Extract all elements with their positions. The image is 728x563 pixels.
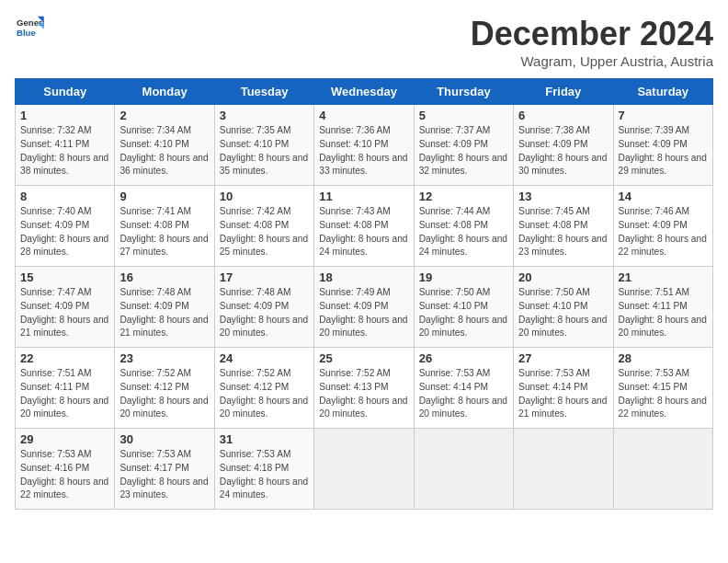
calendar-cell: 13Sunrise: 7:45 AMSunset: 4:08 PMDayligh… [514, 186, 613, 267]
calendar-table: SundayMondayTuesdayWednesdayThursdayFrid… [15, 78, 713, 510]
calendar-cell: 15Sunrise: 7:47 AMSunset: 4:09 PMDayligh… [16, 267, 115, 348]
calendar-cell: 27Sunrise: 7:53 AMSunset: 4:14 PMDayligh… [514, 348, 613, 429]
day-number: 10 [220, 190, 309, 203]
calendar-cell: 20Sunrise: 7:50 AMSunset: 4:10 PMDayligh… [514, 267, 613, 348]
cell-info: Sunrise: 7:42 AMSunset: 4:08 PMDaylight:… [220, 206, 308, 257]
title-block: December 2024 Wagram, Upper Austria, Aus… [471, 15, 713, 69]
col-header-wednesday: Wednesday [314, 79, 414, 105]
logo-icon: General Blue [15, 15, 44, 40]
day-number: 15 [20, 270, 109, 284]
calendar-cell: 17Sunrise: 7:48 AMSunset: 4:09 PMDayligh… [214, 267, 313, 348]
day-number: 17 [220, 270, 309, 284]
day-number: 3 [220, 109, 309, 122]
day-number: 7 [619, 109, 708, 122]
calendar-week-1: 1Sunrise: 7:32 AMSunset: 4:11 PMDaylight… [16, 105, 713, 186]
cell-info: Sunrise: 7:40 AMSunset: 4:09 PMDaylight:… [20, 206, 108, 257]
calendar-cell: 14Sunrise: 7:46 AMSunset: 4:09 PMDayligh… [613, 186, 712, 267]
calendar-cell: 23Sunrise: 7:52 AMSunset: 4:12 PMDayligh… [115, 348, 214, 429]
calendar-cell: 18Sunrise: 7:49 AMSunset: 4:09 PMDayligh… [314, 267, 414, 348]
calendar-cell: 1Sunrise: 7:32 AMSunset: 4:11 PMDaylight… [16, 105, 115, 186]
calendar-cell: 22Sunrise: 7:51 AMSunset: 4:11 PMDayligh… [16, 348, 115, 429]
calendar-cell: 16Sunrise: 7:48 AMSunset: 4:09 PMDayligh… [115, 267, 214, 348]
day-number: 8 [20, 190, 109, 203]
day-number: 22 [20, 351, 109, 365]
cell-info: Sunrise: 7:49 AMSunset: 4:09 PMDaylight:… [319, 287, 407, 338]
calendar-cell [314, 429, 414, 510]
cell-info: Sunrise: 7:53 AMSunset: 4:16 PMDaylight:… [20, 449, 108, 500]
day-number: 2 [119, 109, 209, 122]
day-number: 1 [20, 109, 109, 122]
calendar-cell: 8Sunrise: 7:40 AMSunset: 4:09 PMDaylight… [16, 186, 115, 267]
day-number: 18 [319, 270, 408, 284]
day-number: 27 [518, 351, 608, 365]
calendar-cell: 19Sunrise: 7:50 AMSunset: 4:10 PMDayligh… [414, 267, 513, 348]
cell-info: Sunrise: 7:53 AMSunset: 4:14 PMDaylight:… [419, 368, 507, 419]
cell-info: Sunrise: 7:36 AMSunset: 4:10 PMDaylight:… [319, 125, 407, 176]
col-header-friday: Friday [514, 79, 613, 105]
cell-info: Sunrise: 7:34 AMSunset: 4:10 PMDaylight:… [119, 125, 208, 176]
calendar-week-2: 8Sunrise: 7:40 AMSunset: 4:09 PMDaylight… [16, 186, 713, 267]
day-number: 11 [319, 190, 408, 203]
day-number: 23 [119, 351, 209, 365]
day-number: 24 [220, 351, 309, 365]
cell-info: Sunrise: 7:53 AMSunset: 4:18 PMDaylight:… [220, 449, 308, 500]
cell-info: Sunrise: 7:48 AMSunset: 4:09 PMDaylight:… [220, 287, 308, 338]
col-header-tuesday: Tuesday [214, 79, 313, 105]
calendar-cell: 2Sunrise: 7:34 AMSunset: 4:10 PMDaylight… [115, 105, 214, 186]
calendar-cell [414, 429, 513, 510]
calendar-cell: 31Sunrise: 7:53 AMSunset: 4:18 PMDayligh… [214, 429, 313, 510]
day-number: 20 [518, 270, 608, 284]
calendar-cell: 7Sunrise: 7:39 AMSunset: 4:09 PMDaylight… [613, 105, 712, 186]
col-header-saturday: Saturday [613, 79, 712, 105]
calendar-body: 1Sunrise: 7:32 AMSunset: 4:11 PMDaylight… [16, 105, 713, 510]
calendar-header-row: SundayMondayTuesdayWednesdayThursdayFrid… [16, 79, 713, 105]
cell-info: Sunrise: 7:50 AMSunset: 4:10 PMDaylight:… [419, 287, 507, 338]
cell-info: Sunrise: 7:51 AMSunset: 4:11 PMDaylight:… [619, 287, 707, 338]
day-number: 31 [220, 432, 309, 446]
day-number: 29 [20, 432, 109, 446]
page-header: General Blue December 2024 Wagram, Upper… [15, 15, 713, 69]
calendar-week-3: 15Sunrise: 7:47 AMSunset: 4:09 PMDayligh… [16, 267, 713, 348]
calendar-cell [613, 429, 712, 510]
cell-info: Sunrise: 7:45 AMSunset: 4:08 PMDaylight:… [518, 206, 607, 257]
calendar-cell: 26Sunrise: 7:53 AMSunset: 4:14 PMDayligh… [414, 348, 513, 429]
cell-info: Sunrise: 7:46 AMSunset: 4:09 PMDaylight:… [619, 206, 707, 257]
calendar-week-4: 22Sunrise: 7:51 AMSunset: 4:11 PMDayligh… [16, 348, 713, 429]
logo: General Blue [15, 15, 44, 40]
cell-info: Sunrise: 7:52 AMSunset: 4:12 PMDaylight:… [119, 368, 208, 419]
day-number: 16 [119, 270, 209, 284]
day-number: 12 [419, 190, 508, 203]
cell-info: Sunrise: 7:44 AMSunset: 4:08 PMDaylight:… [419, 206, 507, 257]
cell-info: Sunrise: 7:38 AMSunset: 4:09 PMDaylight:… [518, 125, 607, 176]
day-number: 21 [619, 270, 708, 284]
calendar-cell: 5Sunrise: 7:37 AMSunset: 4:09 PMDaylight… [414, 105, 513, 186]
cell-info: Sunrise: 7:52 AMSunset: 4:13 PMDaylight:… [319, 368, 407, 419]
calendar-cell: 10Sunrise: 7:42 AMSunset: 4:08 PMDayligh… [214, 186, 313, 267]
cell-info: Sunrise: 7:53 AMSunset: 4:14 PMDaylight:… [518, 368, 607, 419]
calendar-week-5: 29Sunrise: 7:53 AMSunset: 4:16 PMDayligh… [16, 429, 713, 510]
day-number: 26 [419, 351, 508, 365]
calendar-cell: 11Sunrise: 7:43 AMSunset: 4:08 PMDayligh… [314, 186, 414, 267]
day-number: 6 [518, 109, 608, 122]
col-header-sunday: Sunday [16, 79, 115, 105]
day-number: 19 [419, 270, 508, 284]
day-number: 28 [619, 351, 708, 365]
day-number: 25 [319, 351, 408, 365]
calendar-cell: 9Sunrise: 7:41 AMSunset: 4:08 PMDaylight… [115, 186, 214, 267]
calendar-cell: 21Sunrise: 7:51 AMSunset: 4:11 PMDayligh… [613, 267, 712, 348]
calendar-cell: 28Sunrise: 7:53 AMSunset: 4:15 PMDayligh… [613, 348, 712, 429]
cell-info: Sunrise: 7:51 AMSunset: 4:11 PMDaylight:… [20, 368, 108, 419]
cell-info: Sunrise: 7:37 AMSunset: 4:09 PMDaylight:… [419, 125, 507, 176]
calendar-cell: 12Sunrise: 7:44 AMSunset: 4:08 PMDayligh… [414, 186, 513, 267]
calendar-cell: 29Sunrise: 7:53 AMSunset: 4:16 PMDayligh… [16, 429, 115, 510]
day-number: 5 [419, 109, 508, 122]
cell-info: Sunrise: 7:52 AMSunset: 4:12 PMDaylight:… [220, 368, 308, 419]
calendar-cell: 3Sunrise: 7:35 AMSunset: 4:10 PMDaylight… [214, 105, 313, 186]
day-number: 14 [619, 190, 708, 203]
calendar-cell [514, 429, 613, 510]
month-title: December 2024 [471, 15, 713, 53]
cell-info: Sunrise: 7:32 AMSunset: 4:11 PMDaylight:… [20, 125, 108, 176]
cell-info: Sunrise: 7:53 AMSunset: 4:15 PMDaylight:… [619, 368, 707, 419]
cell-info: Sunrise: 7:35 AMSunset: 4:10 PMDaylight:… [220, 125, 308, 176]
calendar-cell: 25Sunrise: 7:52 AMSunset: 4:13 PMDayligh… [314, 348, 414, 429]
